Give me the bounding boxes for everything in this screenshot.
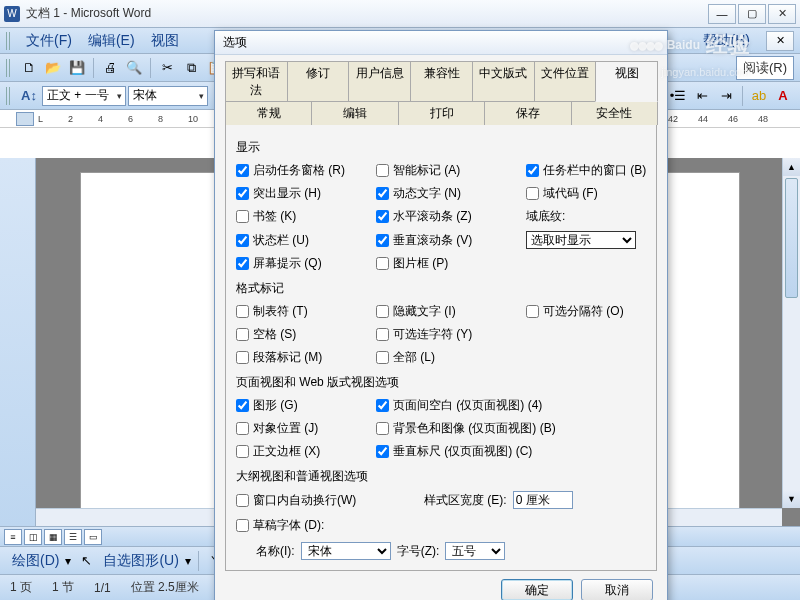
checkbox-页面间空白 (仅页面视图) (4)[interactable]: 页面间空白 (仅页面视图) (4) xyxy=(376,397,666,414)
field-shading-select[interactable]: 选取时显示 xyxy=(526,231,636,249)
menu-help[interactable]: 帮助(H) xyxy=(697,30,756,52)
draw-menu[interactable]: 绘图(D) xyxy=(10,552,61,570)
tab-拼写和语法[interactable]: 拼写和语法 xyxy=(225,61,288,102)
checkbox-智能标记 (A)[interactable]: 智能标记 (A) xyxy=(376,162,526,179)
tab-中文版式[interactable]: 中文版式 xyxy=(472,61,535,102)
copy-icon[interactable]: ⧉ xyxy=(180,57,202,79)
checkbox-突出显示 (H)[interactable]: 突出显示 (H) xyxy=(236,185,376,202)
scroll-up-icon[interactable]: ▲ xyxy=(783,158,800,176)
web-view-icon[interactable]: ◫ xyxy=(24,529,42,545)
outline-draft-input[interactable] xyxy=(236,519,249,532)
select-arrow-icon[interactable]: ↖ xyxy=(75,550,97,572)
tab-常规[interactable]: 常规 xyxy=(225,101,312,125)
checkbox-空格 (S)[interactable]: 空格 (S) xyxy=(236,326,376,343)
grip-handle[interactable] xyxy=(6,59,12,77)
checkbox-input[interactable] xyxy=(376,328,389,341)
checkbox-input[interactable] xyxy=(236,234,249,247)
checkbox-input[interactable] xyxy=(376,234,389,247)
indent-right-icon[interactable]: ⇥ xyxy=(715,85,737,107)
checkbox-input[interactable] xyxy=(236,422,249,435)
style-width-input[interactable] xyxy=(513,491,573,509)
tab-安全性[interactable]: 安全性 xyxy=(571,101,658,125)
tab-修订[interactable]: 修订 xyxy=(287,61,350,102)
checkbox-input[interactable] xyxy=(376,399,389,412)
checkbox-input[interactable] xyxy=(236,399,249,412)
checkbox-制表符 (T)[interactable]: 制表符 (T) xyxy=(236,303,376,320)
font-color-icon[interactable]: A xyxy=(772,85,794,107)
checkbox-对象位置 (J)[interactable]: 对象位置 (J) xyxy=(236,420,376,437)
cancel-button[interactable]: 取消 xyxy=(581,579,653,600)
checkbox-水平滚动条 (Z)[interactable]: 水平滚动条 (Z) xyxy=(376,208,526,225)
checkbox-input[interactable] xyxy=(236,445,249,458)
grip-handle[interactable] xyxy=(6,87,12,105)
open-icon[interactable]: 📂 xyxy=(42,57,64,79)
checkbox-input[interactable] xyxy=(236,210,249,223)
tab-用户信息[interactable]: 用户信息 xyxy=(348,61,411,102)
read-button[interactable]: 阅读(R) xyxy=(736,56,794,80)
checkbox-屏幕提示 (Q)[interactable]: 屏幕提示 (Q) xyxy=(236,255,376,272)
checkbox-书签 (K)[interactable]: 书签 (K) xyxy=(236,208,376,225)
checkbox-图片框 (P)[interactable]: 图片框 (P) xyxy=(376,255,526,272)
print-view-icon[interactable]: ▦ xyxy=(44,529,62,545)
checkbox-input[interactable] xyxy=(236,164,249,177)
save-icon[interactable]: 💾 xyxy=(66,57,88,79)
font-combo[interactable]: 宋体 xyxy=(128,86,208,106)
checkbox-input[interactable] xyxy=(236,351,249,364)
checkbox-垂直标尺 (仅页面视图) (C)[interactable]: 垂直标尺 (仅页面视图) (C) xyxy=(376,443,666,460)
checkbox-input[interactable] xyxy=(236,328,249,341)
checkbox-状态栏 (U)[interactable]: 状态栏 (U) xyxy=(236,231,376,249)
checkbox-可选分隔符 (O)[interactable]: 可选分隔符 (O) xyxy=(526,303,666,320)
checkbox-隐藏文字 (I)[interactable]: 隐藏文字 (I) xyxy=(376,303,526,320)
checkbox-任务栏中的窗口 (B)[interactable]: 任务栏中的窗口 (B) xyxy=(526,162,666,179)
checkbox-input[interactable] xyxy=(376,445,389,458)
tab-视图[interactable]: 视图 xyxy=(595,61,658,102)
tab-文件位置[interactable]: 文件位置 xyxy=(534,61,597,102)
cut-icon[interactable]: ✂ xyxy=(156,57,178,79)
menu-edit[interactable]: 编辑(E) xyxy=(82,30,141,52)
menu-close-icon[interactable]: ✕ xyxy=(766,31,794,51)
menu-view[interactable]: 视图 xyxy=(145,30,185,52)
tab-编辑[interactable]: 编辑 xyxy=(311,101,398,125)
style-format-icon[interactable]: A↕ xyxy=(18,85,40,107)
checkbox-input[interactable] xyxy=(236,305,249,318)
checkbox-input[interactable] xyxy=(376,422,389,435)
checkbox-input[interactable] xyxy=(526,187,539,200)
checkbox-垂直滚动条 (V)[interactable]: 垂直滚动条 (V) xyxy=(376,231,526,249)
grip-handle[interactable] xyxy=(6,32,12,50)
maximize-button[interactable]: ▢ xyxy=(738,4,766,24)
tab-保存[interactable]: 保存 xyxy=(484,101,571,125)
checkbox-启动任务窗格 (R)[interactable]: 启动任务窗格 (R) xyxy=(236,162,376,179)
style-combo[interactable]: 正文 + 一号 xyxy=(42,86,126,106)
indent-left-icon[interactable]: ⇤ xyxy=(691,85,713,107)
outline-wrap-checkbox[interactable]: 窗口内自动换行(W) xyxy=(236,492,416,509)
checkbox-input[interactable] xyxy=(376,210,389,223)
draft-size-select[interactable]: 五号 xyxy=(445,542,505,560)
scroll-thumb[interactable] xyxy=(785,178,798,298)
outline-view-icon[interactable]: ☰ xyxy=(64,529,82,545)
ruler-tab-selector[interactable] xyxy=(16,112,34,126)
checkbox-图形 (G)[interactable]: 图形 (G) xyxy=(236,397,376,414)
bullets-icon[interactable]: •☰ xyxy=(667,85,689,107)
checkbox-input[interactable] xyxy=(236,257,249,270)
new-doc-icon[interactable]: 🗋 xyxy=(18,57,40,79)
print-preview-icon[interactable]: 🔍 xyxy=(123,57,145,79)
checkbox-input[interactable] xyxy=(376,257,389,270)
vertical-scrollbar[interactable]: ▲ ▼ xyxy=(782,158,800,508)
checkbox-input[interactable] xyxy=(376,305,389,318)
highlight-icon[interactable]: ab xyxy=(748,85,770,107)
normal-view-icon[interactable]: ≡ xyxy=(4,529,22,545)
outline-draft-checkbox[interactable]: 草稿字体 (D): xyxy=(236,517,416,534)
checkbox-可选连字符 (Y)[interactable]: 可选连字符 (Y) xyxy=(376,326,526,343)
tab-兼容性[interactable]: 兼容性 xyxy=(410,61,473,102)
scroll-down-icon[interactable]: ▼ xyxy=(783,490,800,508)
checkbox-全部 (L)[interactable]: 全部 (L) xyxy=(376,349,526,366)
minimize-button[interactable]: — xyxy=(708,4,736,24)
menu-file[interactable]: 文件(F) xyxy=(20,30,78,52)
ok-button[interactable]: 确定 xyxy=(501,579,573,600)
checkbox-input[interactable] xyxy=(526,164,539,177)
vertical-ruler[interactable] xyxy=(0,158,36,526)
print-icon[interactable]: 🖨 xyxy=(99,57,121,79)
close-button[interactable]: ✕ xyxy=(768,4,796,24)
checkbox-背景色和图像 (仅页面视图) (B)[interactable]: 背景色和图像 (仅页面视图) (B) xyxy=(376,420,666,437)
checkbox-动态文字 (N)[interactable]: 动态文字 (N) xyxy=(376,185,526,202)
